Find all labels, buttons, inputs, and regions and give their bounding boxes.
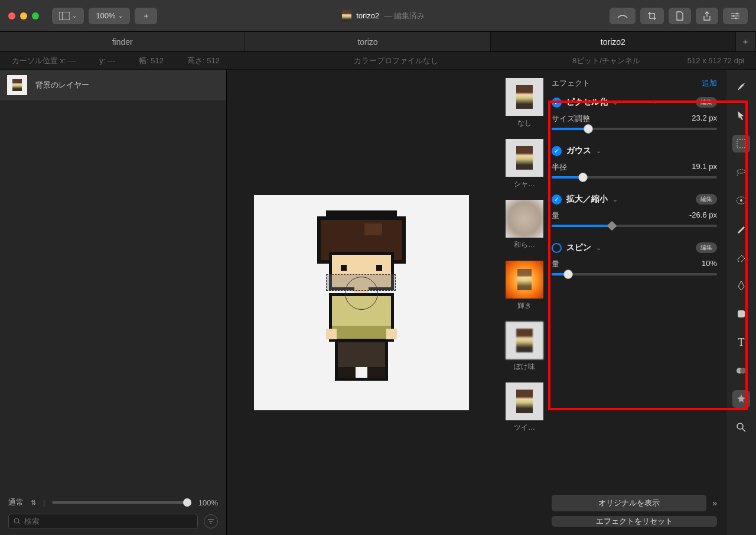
preset-soften[interactable]: 和ら…: [506, 200, 543, 250]
zoom-tool-icon[interactable]: [732, 419, 750, 436]
svg-line-20: [742, 429, 745, 432]
chevron-down-icon[interactable]: ⌄: [612, 99, 618, 106]
slider-value: 10%: [702, 259, 717, 270]
tab-torizo[interactable]: torizo: [245, 32, 490, 51]
tab-finder[interactable]: finder: [0, 32, 245, 51]
fx-toggle[interactable]: ✓: [552, 98, 562, 108]
chevron-down-icon[interactable]: ⌄: [612, 196, 618, 203]
minimize-window-icon[interactable]: [20, 12, 27, 20]
opacity-value: 100%: [198, 498, 218, 507]
dimensions: 512 x 512 72 dpi: [687, 56, 744, 65]
text-tool-icon[interactable]: T: [732, 333, 750, 351]
preset-twist[interactable]: ツイ…: [506, 382, 543, 433]
chevron-down-icon[interactable]: ⌄: [596, 244, 601, 252]
fx-toggle[interactable]: ✓: [552, 146, 562, 156]
close-window-icon[interactable]: [8, 12, 15, 20]
retouch-button[interactable]: [610, 8, 636, 24]
fx-name: スピン: [566, 242, 591, 253]
slider-value: -26.6 px: [689, 210, 717, 221]
fx-group-2: ✓ 拡大／縮小 ⌄ 編集 量-26.6 px: [552, 194, 717, 227]
sidebar-toggle-button[interactable]: ⌄: [52, 8, 84, 24]
fx-name: ピクセル化: [566, 97, 608, 108]
document-button[interactable]: [669, 8, 691, 24]
fx-slider[interactable]: [552, 176, 717, 179]
svg-point-5: [737, 12, 738, 14]
paint-tool-icon[interactable]: [732, 220, 750, 238]
zoom-select[interactable]: 100%⌄: [89, 8, 130, 24]
document-title: torizo2 — 編集済み: [162, 10, 605, 22]
reset-effects-button[interactable]: エフェクトをリセット: [552, 516, 717, 527]
fullscreen-window-icon[interactable]: [32, 12, 39, 20]
cursor-x: カーソル位置 x: ---: [12, 56, 76, 66]
window-controls: [8, 12, 39, 20]
cursor-y: y: ---: [99, 56, 115, 65]
show-original-button[interactable]: オリジナルを表示: [552, 495, 706, 511]
crop-button[interactable]: [640, 8, 664, 24]
eraser-tool-icon[interactable]: [732, 248, 750, 266]
blend-stepper-icon[interactable]: ⇅: [31, 499, 36, 507]
effect-presets: なし シャ… 和ら… 輝き ぼけ味 ツイ…: [506, 78, 543, 527]
gradient-tool-icon[interactable]: [732, 362, 750, 380]
filter-icon[interactable]: [204, 514, 218, 528]
add-effect-button[interactable]: 追加: [702, 78, 717, 89]
edit-button[interactable]: 編集: [696, 194, 717, 205]
preset-none[interactable]: なし: [506, 78, 543, 128]
edit-button[interactable]: 編集: [696, 97, 717, 108]
shape-tool-icon[interactable]: [732, 305, 750, 323]
fx-slider[interactable]: [552, 225, 717, 227]
tool-sidebar: T: [726, 70, 756, 535]
slider-value: 23.2 px: [692, 114, 717, 124]
svg-point-19: [737, 423, 743, 429]
pointer-tool-icon[interactable]: [732, 106, 750, 124]
brush-tool-icon[interactable]: [732, 78, 750, 96]
canvas-area[interactable]: [227, 70, 496, 535]
svg-point-18: [740, 368, 746, 374]
add-button[interactable]: ＋: [135, 8, 157, 24]
preset-bokeh[interactable]: ぼけ味: [506, 322, 543, 372]
fx-toggle[interactable]: [552, 243, 562, 253]
fx-toggle[interactable]: ✓: [552, 194, 562, 205]
fx-slider[interactable]: [552, 128, 717, 130]
svg-rect-0: [59, 12, 70, 20]
tab-torizo2[interactable]: torizo2: [491, 32, 736, 51]
document-tabs: finder torizo torizo2 ＋: [0, 32, 756, 52]
blend-mode[interactable]: 通常: [8, 497, 24, 508]
preset-glow[interactable]: 輝き: [506, 261, 543, 311]
info-bar: カーソル位置 x: --- y: --- 幅: 512 高さ: 512 カラープ…: [0, 52, 756, 70]
slider-label: 半径: [552, 162, 567, 173]
search-input[interactable]: 検索: [8, 514, 198, 529]
color-profile: カラープロファイルなし: [243, 56, 549, 66]
lasso-tool-icon[interactable]: [732, 163, 750, 181]
effects-tool-icon[interactable]: [732, 390, 750, 408]
slider-label: サイズ調整: [552, 114, 590, 124]
layer-thumb: [7, 75, 27, 95]
svg-point-15: [740, 199, 742, 202]
slider-label: 量: [552, 210, 559, 221]
fx-group-1: ✓ ガウス ⌄ 半径19.1 px: [552, 145, 717, 179]
new-tab-button[interactable]: ＋: [736, 32, 756, 51]
opacity-slider[interactable]: [52, 501, 191, 504]
magic-wand-tool-icon[interactable]: [732, 192, 750, 209]
edit-button[interactable]: 編集: [696, 242, 717, 253]
doc-thumb-icon: [342, 10, 351, 22]
bit-depth: 8ビット/チャンネル: [572, 56, 640, 66]
fx-slider[interactable]: [552, 273, 717, 275]
expand-button[interactable]: »: [712, 498, 717, 508]
svg-rect-13: [737, 140, 745, 148]
svg-point-7: [735, 17, 737, 19]
chevron-down-icon[interactable]: ⌄: [596, 147, 601, 155]
svg-line-9: [18, 523, 20, 524]
artwork: [254, 195, 469, 410]
fx-group-0: ✓ ピクセル化 ⌄ ○ 編集 サイズ調整23.2 px: [552, 97, 717, 130]
layer-row[interactable]: 背景のレイヤー: [0, 70, 226, 100]
marquee-tool-icon[interactable]: [732, 135, 750, 153]
search-icon: [14, 518, 21, 525]
pen-tool-icon[interactable]: [732, 277, 750, 294]
sliders-button[interactable]: [723, 8, 748, 24]
svg-rect-16: [738, 310, 745, 317]
preset-sharp[interactable]: シャ…: [506, 139, 543, 189]
fx-name: 拡大／縮小: [566, 194, 608, 205]
slider-value: 19.1 px: [692, 162, 717, 173]
layer-name: 背景のレイヤー: [35, 80, 89, 90]
share-button[interactable]: [696, 8, 718, 24]
